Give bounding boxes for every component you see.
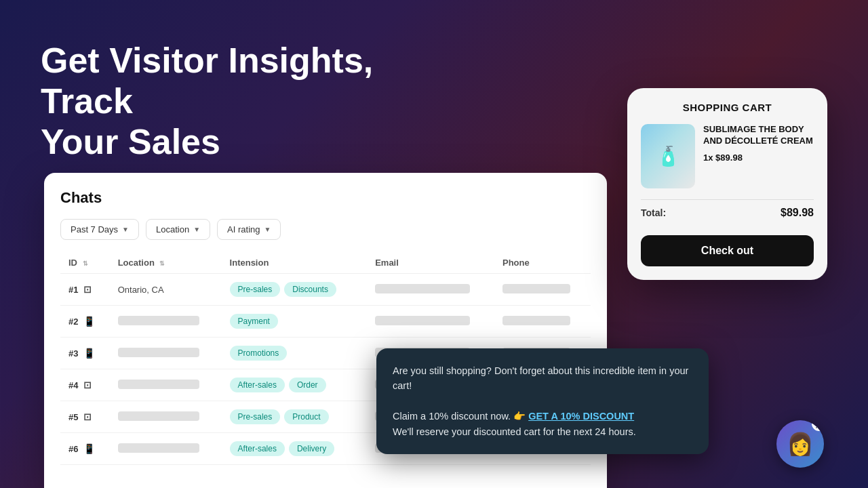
tag-order: Order	[289, 378, 326, 392]
hero-heading: Get Visitor Insights, Track Your Sales	[41, 41, 448, 162]
row-intension-cell: Pre-salesProduct	[222, 401, 368, 433]
row-id-text: #5	[68, 412, 78, 422]
col-intension: Intension	[222, 252, 368, 274]
row-id-cell: #1 ⊡	[60, 274, 110, 306]
location-filter-button[interactable]: Location ▼	[146, 219, 210, 240]
email-blurred	[375, 316, 470, 325]
location-blurred	[118, 348, 199, 357]
row-id-text: #1	[68, 285, 78, 295]
phone-blurred	[502, 284, 570, 293]
email-blurred	[375, 284, 470, 293]
shopping-cart-panel: SHOPPING CART 🧴 SUBLIMAGE THE BODY AND D…	[627, 88, 827, 280]
chat-popup-text: Are you still shopping? Don't forget abo…	[393, 363, 692, 439]
row-intension-cell: After-salesOrder	[222, 369, 368, 401]
cart-item-price-row: 1x $89.98	[703, 152, 814, 163]
phone-blurred	[502, 316, 570, 325]
discount-link[interactable]: GET A 10% DISCOUNT	[528, 411, 634, 422]
cart-item: 🧴 SUBLIMAGE THE BODY AND DÉCOLLETÉ CREAM…	[641, 124, 814, 188]
location-blurred	[118, 443, 199, 453]
col-location: Location ⇅	[110, 252, 222, 274]
table-row[interactable]: #2 📱Payment	[60, 306, 591, 338]
row-location-cell	[110, 433, 222, 465]
device-icon: ⊡	[83, 380, 92, 390]
row-intension-cell: After-salesDelivery	[222, 433, 368, 465]
device-icon: 📱	[83, 443, 95, 454]
cart-total-label: Total:	[641, 207, 666, 218]
row-id-text: #2	[68, 317, 78, 327]
row-id-text: #4	[68, 380, 78, 390]
row-intension-cell: Payment	[222, 306, 368, 338]
row-location-cell	[110, 401, 222, 433]
chat-popup-line3: We'll reserve your discounted cart for t…	[393, 424, 692, 439]
cart-title: SHOPPING CART	[641, 102, 814, 113]
row-id-text: #6	[68, 444, 78, 454]
row-id-cell: #5 ⊡	[60, 401, 110, 433]
tag-delivery: Delivery	[289, 441, 334, 456]
tag-pre-sales: Pre-sales	[230, 282, 281, 297]
table-row[interactable]: #1 ⊡Ontario, CAPre-salesDiscounts	[60, 274, 591, 306]
chat-bubble-icon: 💬	[812, 420, 824, 431]
row-phone-cell	[494, 306, 591, 338]
location-filter-label: Location	[156, 224, 189, 235]
chevron-down-icon: ▼	[264, 226, 271, 233]
row-location-cell	[110, 338, 222, 369]
checkout-button[interactable]: Check out	[641, 235, 814, 266]
chat-popup: Are you still shopping? Don't forget abo…	[376, 348, 709, 454]
device-icon: 📱	[83, 316, 95, 327]
row-location-cell: Ontario, CA	[110, 274, 222, 306]
row-location-cell	[110, 369, 222, 401]
tag-after-sales: After-sales	[230, 378, 285, 392]
row-intension-cell: Promotions	[222, 338, 368, 369]
date-filter-label: Past 7 Days	[71, 224, 118, 235]
col-id: ID ⇅	[60, 252, 110, 274]
row-email-cell	[367, 274, 494, 306]
row-id-cell: #4 ⊡	[60, 369, 110, 401]
filters-row: Past 7 Days ▼ Location ▼ AI rating ▼	[60, 219, 591, 240]
location-blurred	[118, 411, 199, 421]
cart-item-qty: 1x	[703, 152, 713, 163]
chevron-down-icon: ▼	[122, 226, 129, 233]
device-icon: ⊡	[83, 284, 92, 295]
row-id-cell: #2 📱	[60, 306, 110, 338]
date-filter-button[interactable]: Past 7 Days ▼	[60, 219, 139, 240]
chats-title: Chats	[60, 189, 591, 207]
tag-payment: Payment	[230, 314, 278, 329]
row-id-text: #3	[68, 348, 78, 359]
chat-popup-line1: Are you still shopping? Don't forget abo…	[393, 363, 692, 394]
tag-promotions: Promotions	[230, 346, 288, 361]
cart-total-amount: $89.98	[781, 207, 814, 219]
col-email: Email	[367, 252, 494, 274]
row-intension-cell: Pre-salesDiscounts	[222, 274, 368, 306]
row-id-cell: #3 📱	[60, 338, 110, 369]
row-phone-cell	[494, 274, 591, 306]
avatar[interactable]: 👩 💬	[776, 420, 824, 468]
chevron-down-icon: ▼	[193, 226, 200, 233]
cart-item-image: 🧴	[641, 124, 695, 188]
location-blurred	[118, 316, 199, 325]
cart-item-price: $89.98	[715, 152, 743, 163]
col-phone: Phone	[494, 252, 591, 274]
chat-popup-prefix: Claim a 10% discount now. 👉	[393, 411, 526, 422]
row-id-cell: #6 📱	[60, 433, 110, 465]
tag-pre-sales: Pre-sales	[230, 409, 281, 424]
device-icon: ⊡	[83, 411, 92, 422]
location-value: Ontario, CA	[118, 285, 164, 295]
tag-product: Product	[284, 409, 328, 424]
row-email-cell	[367, 306, 494, 338]
cart-item-name: SUBLIMAGE THE BODY AND DÉCOLLETÉ CREAM	[703, 124, 814, 147]
ai-rating-filter-label: AI rating	[227, 224, 260, 235]
cart-item-info: SUBLIMAGE THE BODY AND DÉCOLLETÉ CREAM 1…	[703, 124, 814, 188]
location-blurred	[118, 380, 199, 389]
device-icon: 📱	[83, 348, 95, 359]
chat-popup-line2: Claim a 10% discount now. 👉 GET A 10% DI…	[393, 409, 692, 424]
tag-discounts: Discounts	[284, 282, 336, 297]
ai-rating-filter-button[interactable]: AI rating ▼	[217, 219, 281, 240]
tag-after-sales: After-sales	[230, 441, 285, 456]
row-location-cell	[110, 306, 222, 338]
cart-total-row: Total: $89.98	[641, 199, 814, 226]
